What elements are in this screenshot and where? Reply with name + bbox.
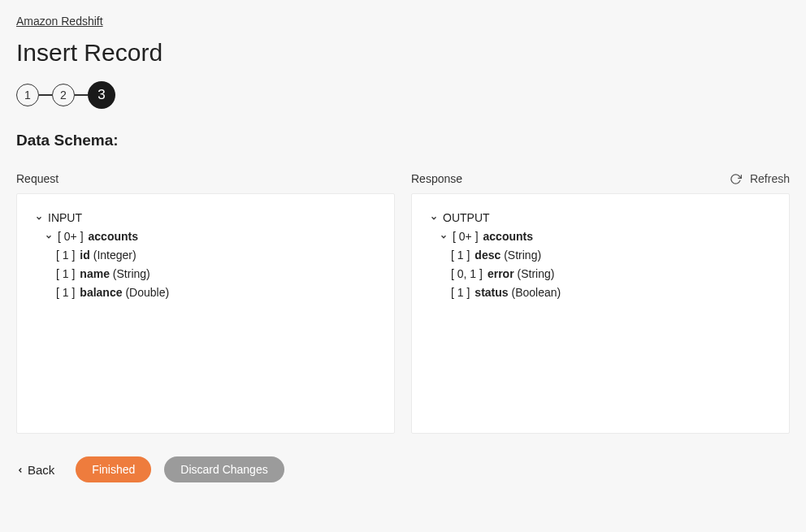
finished-button[interactable]: Finished bbox=[76, 456, 151, 482]
field-type: Integer bbox=[90, 249, 136, 262]
field-name: error bbox=[488, 267, 514, 280]
chevron-left-icon bbox=[16, 463, 24, 477]
field-type: Double bbox=[123, 286, 170, 299]
chevron-down-icon bbox=[45, 233, 53, 241]
collection-name: accounts bbox=[89, 227, 138, 246]
tree-root[interactable]: INPUT bbox=[35, 209, 376, 227]
field-name: status bbox=[474, 286, 508, 299]
breadcrumb-root[interactable]: Amazon Redshift bbox=[16, 15, 103, 28]
field-type: String bbox=[500, 249, 541, 262]
cardinality: [ 1 ] bbox=[56, 246, 75, 265]
cardinality: [ 0, 1 ] bbox=[451, 265, 483, 283]
step-connector bbox=[75, 94, 88, 96]
request-label: Request bbox=[16, 172, 395, 185]
back-button[interactable]: Back bbox=[16, 463, 54, 477]
chevron-down-icon bbox=[440, 233, 448, 241]
response-panel: OUTPUT [ 0+ ] accounts [ 1 ] descString … bbox=[411, 193, 790, 434]
step-3[interactable]: 3 bbox=[88, 81, 115, 109]
cardinality: [ 1 ] bbox=[56, 283, 75, 302]
stepper: 1 2 3 bbox=[16, 81, 790, 109]
tree-root-label: INPUT bbox=[48, 209, 82, 227]
step-1[interactable]: 1 bbox=[16, 84, 39, 106]
step-2[interactable]: 2 bbox=[52, 84, 75, 106]
page-title: Insert Record bbox=[16, 39, 790, 67]
field-name: balance bbox=[80, 286, 122, 299]
tree-field[interactable]: [ 1 ] descString bbox=[430, 246, 771, 265]
cardinality: [ 0+ ] bbox=[453, 227, 479, 246]
field-name: desc bbox=[474, 249, 500, 262]
field-name: name bbox=[80, 267, 110, 280]
field-type: Boolean bbox=[509, 286, 561, 299]
tree-collection[interactable]: [ 0+ ] accounts bbox=[35, 227, 376, 246]
collection-name: accounts bbox=[483, 227, 533, 246]
cardinality: [ 1 ] bbox=[56, 265, 75, 283]
tree-field[interactable]: [ 1 ] idInteger bbox=[35, 246, 376, 265]
chevron-down-icon bbox=[430, 214, 438, 223]
response-label: Response bbox=[411, 172, 790, 185]
field-name: id bbox=[80, 249, 89, 262]
tree-field[interactable]: [ 0, 1 ] errorString bbox=[430, 265, 771, 283]
field-type: String bbox=[514, 267, 555, 280]
tree-root[interactable]: OUTPUT bbox=[430, 209, 771, 227]
discard-changes-button[interactable]: Discard Changes bbox=[164, 456, 284, 482]
section-title: Data Schema: bbox=[16, 132, 790, 149]
tree-field[interactable]: [ 1 ] statusBoolean bbox=[430, 283, 771, 302]
back-label: Back bbox=[28, 463, 54, 477]
cardinality: [ 1 ] bbox=[451, 246, 470, 265]
cardinality: [ 0+ ] bbox=[58, 227, 84, 246]
tree-root-label: OUTPUT bbox=[443, 209, 490, 227]
tree-field[interactable]: [ 1 ] nameString bbox=[35, 265, 376, 283]
step-connector bbox=[39, 94, 52, 96]
chevron-down-icon bbox=[35, 214, 43, 223]
request-panel: INPUT [ 0+ ] accounts [ 1 ] idInteger [ … bbox=[16, 193, 395, 434]
tree-field[interactable]: [ 1 ] balanceDouble bbox=[35, 283, 376, 302]
cardinality: [ 1 ] bbox=[451, 283, 470, 302]
tree-collection[interactable]: [ 0+ ] accounts bbox=[430, 227, 771, 246]
field-type: String bbox=[110, 267, 150, 280]
